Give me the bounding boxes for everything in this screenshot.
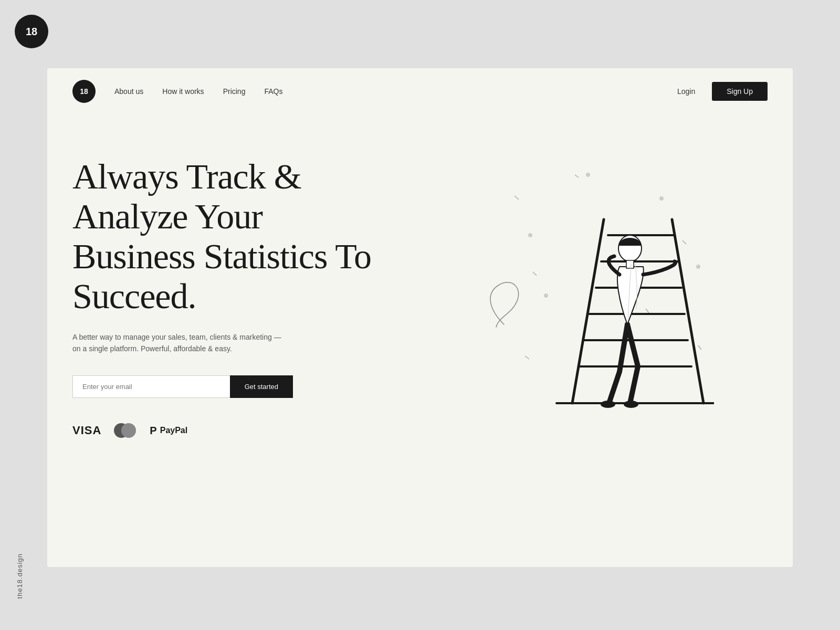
nav-link-pricing[interactable]: Pricing [223,87,246,96]
visa-logo: VISA [72,424,101,437]
watermark: the18.design [16,553,24,598]
svg-line-8 [682,240,686,244]
email-input[interactable] [72,375,230,398]
main-card: 18 About us How it works Pricing FAQs Lo… [47,68,793,567]
svg-point-2 [528,233,532,237]
svg-point-24 [624,401,638,408]
svg-point-1 [659,196,664,201]
hero-illustration [441,146,714,419]
svg-point-0 [586,173,590,177]
nav-logo[interactable]: 18 [72,80,96,103]
mc-circle-right [121,423,136,438]
svg-line-7 [533,272,537,276]
background-logo: 18 [15,15,48,48]
svg-line-11 [525,356,529,359]
svg-line-9 [646,309,649,313]
svg-line-12 [572,219,604,403]
svg-point-3 [696,265,700,269]
email-form: Get started [72,375,293,398]
paypal-p-icon: P [150,425,156,437]
signup-button[interactable]: Sign Up [712,82,768,101]
svg-point-4 [544,293,548,298]
hero-right [387,146,768,419]
nav-link-how[interactable]: How it works [162,87,204,96]
hero-left: Always Track & Analyze Your Business Sta… [72,146,387,438]
hero-title: Always Track & Analyze Your Business Sta… [72,156,387,317]
svg-rect-22 [626,260,634,268]
get-started-button[interactable]: Get started [230,375,293,398]
hero-subtitle: A better way to manage your sales, team,… [72,331,282,355]
svg-line-6 [575,175,579,177]
paypal-logo: P PayPal [150,425,187,437]
login-link[interactable]: Login [677,87,695,96]
paypal-text: PayPal [160,426,187,435]
nav-link-about[interactable]: About us [114,87,143,96]
svg-line-5 [514,196,519,200]
nav-right: Login Sign Up [677,82,768,101]
svg-point-23 [601,401,615,408]
svg-line-10 [698,345,701,350]
svg-line-13 [672,219,704,403]
payment-logos: VISA P PayPal [72,423,387,438]
nav-link-faqs[interactable]: FAQs [264,87,282,96]
mastercard-logo [114,423,137,438]
navbar: 18 About us How it works Pricing FAQs Lo… [47,68,793,114]
hero-section: Always Track & Analyze Your Business Sta… [47,114,793,459]
nav-links: About us How it works Pricing FAQs [114,87,677,96]
